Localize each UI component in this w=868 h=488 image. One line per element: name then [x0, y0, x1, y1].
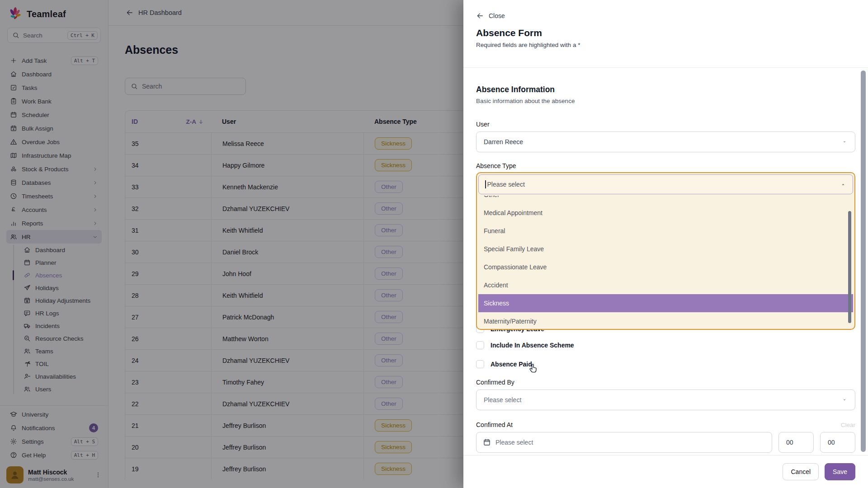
drawer-footer: Cancel Save	[463, 455, 868, 488]
drawer-title: Absence Form	[476, 28, 855, 38]
user-select[interactable]: Darren Reece	[476, 131, 855, 152]
checkbox-label: Absence Paid	[491, 361, 532, 368]
user-select-value: Darren Reece	[484, 138, 523, 145]
clear-button[interactable]: Clear	[841, 422, 855, 428]
drawer-scrollbar[interactable]	[861, 70, 866, 452]
absence-type-label: Absence Type	[476, 162, 855, 169]
dropdown-option[interactable]: Other	[478, 196, 853, 204]
caret-up-icon	[840, 181, 846, 188]
close-label: Close	[489, 12, 505, 19]
arrow-left-icon	[476, 12, 484, 20]
dropdown-option[interactable]: Funeral	[478, 222, 853, 240]
confirmed-at-date-input[interactable]: Please select	[476, 432, 772, 453]
absence-form-drawer: Close Absence Form Required fields are h…	[463, 0, 868, 488]
absence-type-placeholder: Please select	[487, 181, 525, 188]
caret-down-icon	[841, 397, 848, 403]
drawer-scrim[interactable]	[0, 0, 463, 488]
dropdown-option[interactable]: Maternity/Paternity	[478, 312, 853, 328]
checkbox-label: Include In Absence Scheme	[491, 342, 574, 349]
dropdown-option[interactable]: Compassionate Leave	[478, 258, 853, 276]
checkbox-row[interactable]: Include In Absence Scheme	[476, 341, 855, 350]
section-title: Absence Information	[476, 85, 855, 94]
confirmed-by-placeholder: Please select	[484, 396, 521, 404]
dropdown-option[interactable]: Accident	[478, 276, 853, 294]
checkbox[interactable]	[476, 341, 484, 349]
section-subtitle: Basic information about the absence	[476, 98, 855, 104]
checkbox[interactable]	[476, 360, 484, 368]
cancel-button[interactable]: Cancel	[783, 463, 819, 480]
drawer-header: Close Absence Form Required fields are h…	[463, 0, 868, 68]
confirmed-at-label: Confirmed At	[476, 421, 513, 428]
dropdown-option[interactable]: Medical Appointment	[478, 204, 853, 222]
caret-down-icon	[841, 139, 848, 145]
drawer-subtitle: Required fields are highlighted with a *	[476, 42, 855, 48]
hour-input[interactable]: 00	[778, 432, 814, 453]
close-button[interactable]: Close	[476, 12, 855, 20]
absence-type-combo: Please select Other Medical Appointment …	[476, 172, 855, 330]
absence-type-select[interactable]: Please select	[478, 174, 853, 194]
dropdown-option[interactable]: Sickness	[478, 294, 853, 312]
save-button[interactable]: Save	[825, 463, 855, 480]
text-cursor	[485, 180, 486, 188]
drawer-body: Absence Information Basic information ab…	[463, 68, 868, 455]
user-label: User	[476, 121, 855, 128]
dropdown-option[interactable]: Special Family Leave	[478, 240, 853, 258]
absence-type-dropdown: Other Medical Appointment Funeral Specia…	[478, 196, 853, 328]
confirmed-by-label: Confirmed By	[476, 379, 855, 386]
minute-input[interactable]: 00	[820, 432, 855, 453]
calendar-icon	[483, 438, 491, 446]
mouse-cursor-icon	[528, 362, 539, 374]
confirmed-by-select[interactable]: Please select	[476, 389, 855, 410]
date-placeholder: Please select	[495, 439, 533, 446]
dropdown-scrollbar[interactable]	[848, 211, 851, 323]
